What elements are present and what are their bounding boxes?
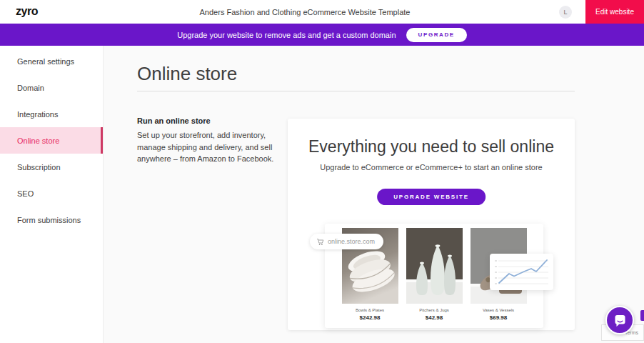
upsell-heading: Everything you need to sell online [288,137,575,156]
app-window: zyro Anders Fashion and Clothing eCommer… [0,0,644,343]
sidebar-item-subscription[interactable]: Subscription [0,154,103,180]
sidebar-item-domain[interactable]: Domain [0,74,103,101]
user-avatar[interactable]: L [559,6,572,19]
product-name: Vases & Vessels [483,308,514,312]
intro-heading: Run an online store [137,116,211,125]
cart-icon [316,238,324,246]
website-title: Anders Fashion and Clothing eCommerce We… [0,8,610,16]
url-pill: online.store.com [310,234,383,249]
pitchers-product-image [406,228,463,304]
sales-chart-card [490,254,553,290]
sidebar-item-integrations[interactable]: Integrations [0,101,103,127]
upsell-subheading: Upgrade to eCommerce or eCommerce+ to st… [288,163,575,172]
main-content: Online store Run an online store Set up … [104,46,644,343]
chat-widget-tab [640,310,644,321]
upsell-card: Everything you need to sell online Upgra… [288,119,575,330]
product-pitchers: Pitchers & Jugs $42.98 [406,228,463,328]
product-name: Pitchers & Jugs [419,308,449,312]
upgrade-banner-button[interactable]: UPGRADE [406,28,467,42]
sidebar-item-form-submissions[interactable]: Form submissions [0,207,103,233]
url-text: online.store.com [328,238,375,245]
upgrade-banner: Upgrade your website to remove ads and g… [0,24,644,46]
upgrade-website-button[interactable]: UPGRADE WEBSITE [377,189,485,205]
product-price: $242.98 [360,314,381,321]
chat-bubble-icon [613,313,628,328]
chat-button[interactable] [605,306,634,334]
edit-website-button[interactable]: Edit website [585,0,644,24]
top-bar: zyro Anders Fashion and Clothing eCommer… [0,0,644,24]
title-divider [137,91,575,91]
product-price: $42.98 [426,314,443,321]
page-title: Online store [137,63,237,85]
settings-sidebar: General settings Domain Integrations Onl… [0,46,104,343]
line-chart-icon [490,254,553,290]
sidebar-item-general-settings[interactable]: General settings [0,48,103,74]
sidebar-item-online-store[interactable]: Online store [0,127,103,154]
product-name: Bowls & Plates [356,308,384,312]
product-price: $69.98 [490,314,507,321]
intro-body: Set up your storefront, add inventory, m… [137,129,280,165]
upgrade-banner-text: Upgrade your website to remove ads and g… [177,31,396,39]
sidebar-item-seo[interactable]: SEO [0,180,103,207]
